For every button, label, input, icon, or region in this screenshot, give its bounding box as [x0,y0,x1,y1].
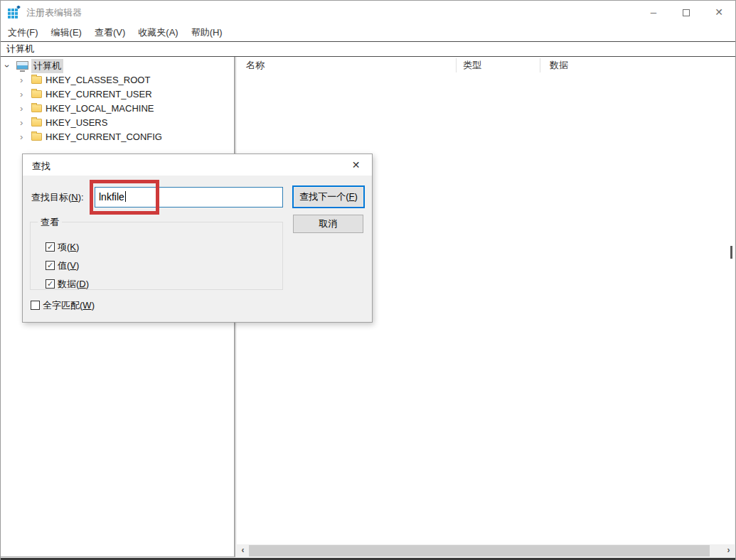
tree-node-label[interactable]: HKEY_CURRENT_CONFIG [46,130,162,144]
folder-icon [31,119,42,126]
tree-node-label[interactable]: HKEY_USERS [46,116,107,130]
registry-editor-window: 注册表编辑器 – ✕ 文件(F) 编辑(E) 查看(V) 收藏夹(A) 帮助(H… [0,0,736,560]
horizontal-scroll-thumb[interactable] [249,545,710,556]
tree-node-hkey-local-machine[interactable]: › HKEY_LOCAL_MACHINE [1,102,234,116]
scroll-right-icon[interactable]: › [722,544,735,557]
tree-node-label[interactable]: HKEY_CURRENT_USER [46,87,152,102]
minimize-button[interactable]: – [637,1,670,23]
look-at-group-label: 查看 [38,216,62,229]
keys-checkbox[interactable]: ✓ [46,242,55,252]
menu-favorites[interactable]: 收藏夹(A) [132,23,184,41]
horizontal-scrollbar[interactable]: ‹ › [237,544,735,557]
data-checkbox-label: 数据(D) [58,279,89,290]
vertical-scroll-thumb[interactable] [730,246,732,259]
tree-node-hkey-classes-root[interactable]: › HKEY_CLASSES_ROOT [1,73,234,87]
menu-help[interactable]: 帮助(H) [185,23,229,41]
look-at-groupbox: 查看 ✓ 项(K) ✓ 值(V) ✓ 数据(D) [30,222,283,290]
tree-node-label[interactable]: HKEY_LOCAL_MACHINE [46,102,154,116]
values-checkbox-label: 值(V) [58,260,79,271]
keys-checkbox-label: 项(K) [58,242,79,253]
tree-node-hkey-current-user[interactable]: › HKEY_CURRENT_USER [1,87,234,102]
menu-view[interactable]: 查看(V) [88,23,132,41]
address-bar[interactable]: 计算机 [1,41,735,57]
find-input-value: lnkfile [99,191,124,203]
check-icon: ✓ [47,261,53,269]
text-cursor [125,191,126,202]
chevron-right-icon[interactable]: › [20,130,23,144]
data-checkbox[interactable]: ✓ [46,279,55,289]
scroll-left-icon[interactable]: ‹ [237,544,249,557]
find-dialog-title: 查找 [32,160,50,173]
tree-node-hkey-current-config[interactable]: › HKEY_CURRENT_CONFIG [1,130,234,144]
computer-icon [16,61,28,70]
tree-node-label[interactable]: HKEY_CLASSES_ROOT [46,73,150,87]
values-checkbox[interactable]: ✓ [46,261,55,270]
find-target-input[interactable]: lnkfile [95,187,283,208]
check-icon: ✓ [47,279,53,288]
find-target-label: 查找目标(N): [31,191,84,204]
menu-bar: 文件(F) 编辑(E) 查看(V) 收藏夹(A) 帮助(H) [1,23,735,41]
registry-app-icon [8,6,21,18]
chevron-right-icon[interactable]: › [20,102,23,116]
minimize-icon: – [651,6,656,18]
close-icon: ✕ [715,6,723,18]
chevron-right-icon[interactable]: › [20,73,23,87]
maximize-icon [683,9,690,16]
folder-icon [31,90,42,98]
find-dialog-title-bar[interactable]: 查找 ✕ [23,154,372,176]
find-dialog: 查找 ✕ 查找目标(N): lnkfile 查找下一个(F) 取消 查看 ✓ 项… [22,154,373,323]
tree-node-label[interactable]: 计算机 [31,59,63,73]
folder-icon [31,133,42,141]
column-header-type[interactable]: 类型 [463,57,481,74]
folder-icon [31,104,42,112]
column-header-data[interactable]: 数据 [550,57,568,74]
window-title: 注册表编辑器 [26,6,82,19]
title-bar: 注册表编辑器 – ✕ [1,1,735,23]
column-divider[interactable] [540,58,540,72]
column-header-name[interactable]: 名称 [246,57,265,74]
close-button[interactable]: ✕ [703,1,735,23]
close-icon: ✕ [352,159,361,171]
chevron-down-icon[interactable]: › [0,65,14,68]
check-icon: ✓ [47,242,53,251]
column-divider[interactable] [456,58,457,72]
match-whole-string-label: 全字匹配(W) [43,300,95,311]
match-whole-string-checkbox[interactable] [31,301,40,310]
tree-node-hkey-users[interactable]: › HKEY_USERS [1,116,234,130]
chevron-right-icon[interactable]: › [20,87,23,102]
folder-icon [31,76,42,84]
maximize-button[interactable] [670,1,703,23]
chevron-right-icon[interactable]: › [20,116,23,130]
menu-edit[interactable]: 编辑(E) [45,23,88,41]
find-next-button[interactable]: 查找下一个(F) [292,185,365,208]
menu-file[interactable]: 文件(F) [1,23,45,41]
cancel-button[interactable]: 取消 [293,215,363,233]
tree-node-computer[interactable]: › 计算机 [1,59,234,73]
find-dialog-close-button[interactable]: ✕ [340,154,372,176]
